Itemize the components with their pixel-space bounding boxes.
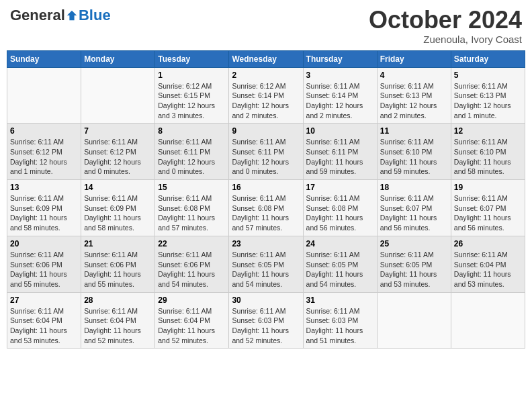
calendar-cell: 17Sunrise: 6:11 AM Sunset: 6:08 PM Dayli…	[303, 180, 377, 236]
day-info: Sunrise: 6:11 AM Sunset: 6:04 PM Dayligh…	[84, 306, 152, 346]
calendar-cell: 29Sunrise: 6:11 AM Sunset: 6:04 PM Dayli…	[155, 292, 229, 349]
day-info: Sunrise: 6:11 AM Sunset: 6:12 PM Dayligh…	[84, 137, 152, 177]
day-number: 30	[232, 295, 300, 305]
calendar-cell: 25Sunrise: 6:11 AM Sunset: 6:05 PM Dayli…	[377, 236, 451, 292]
day-number: 14	[84, 183, 152, 192]
day-number: 7	[84, 126, 152, 136]
title-block: October 2024 Zuenoula, Ivory Coast	[369, 7, 522, 45]
day-info: Sunrise: 6:11 AM Sunset: 6:12 PM Dayligh…	[10, 137, 78, 177]
calendar-cell: 21Sunrise: 6:11 AM Sunset: 6:06 PM Dayli…	[81, 236, 155, 292]
day-number: 5	[454, 71, 522, 80]
calendar-cell: 15Sunrise: 6:11 AM Sunset: 6:08 PM Dayli…	[155, 180, 229, 236]
calendar-cell: 18Sunrise: 6:11 AM Sunset: 6:07 PM Dayli…	[377, 180, 451, 236]
day-number: 28	[84, 295, 152, 305]
calendar-cell	[81, 67, 155, 124]
day-number: 13	[10, 183, 78, 192]
day-number: 23	[232, 239, 300, 248]
day-info: Sunrise: 6:11 AM Sunset: 6:04 PM Dayligh…	[454, 250, 522, 289]
month-title: October 2024	[369, 7, 522, 34]
day-info: Sunrise: 6:11 AM Sunset: 6:05 PM Dayligh…	[306, 250, 374, 289]
calendar-cell: 7Sunrise: 6:11 AM Sunset: 6:12 PM Daylig…	[81, 124, 155, 180]
day-number: 18	[380, 183, 448, 192]
day-info: Sunrise: 6:11 AM Sunset: 6:07 PM Dayligh…	[454, 193, 522, 233]
calendar-cell: 4Sunrise: 6:11 AM Sunset: 6:13 PM Daylig…	[377, 67, 451, 124]
day-number: 31	[306, 295, 374, 305]
day-number: 9	[232, 126, 300, 136]
day-number: 15	[158, 183, 226, 192]
day-info: Sunrise: 6:11 AM Sunset: 6:08 PM Dayligh…	[232, 193, 300, 233]
calendar-cell: 16Sunrise: 6:11 AM Sunset: 6:08 PM Dayli…	[229, 180, 303, 236]
weekday-header: Saturday	[451, 50, 525, 67]
day-info: Sunrise: 6:11 AM Sunset: 6:05 PM Dayligh…	[380, 250, 448, 289]
calendar-cell: 19Sunrise: 6:11 AM Sunset: 6:07 PM Dayli…	[451, 180, 525, 236]
day-number: 6	[10, 126, 78, 136]
day-info: Sunrise: 6:11 AM Sunset: 6:11 PM Dayligh…	[306, 137, 374, 177]
calendar-cell: 3Sunrise: 6:11 AM Sunset: 6:14 PM Daylig…	[303, 67, 377, 124]
day-info: Sunrise: 6:11 AM Sunset: 6:07 PM Dayligh…	[380, 193, 448, 233]
day-info: Sunrise: 6:11 AM Sunset: 6:13 PM Dayligh…	[454, 81, 522, 121]
logo-general-text: General	[10, 7, 65, 24]
day-number: 27	[10, 295, 78, 305]
calendar-table: SundayMondayTuesdayWednesdayThursdayFrid…	[7, 50, 525, 349]
day-info: Sunrise: 6:11 AM Sunset: 6:04 PM Dayligh…	[10, 306, 78, 346]
calendar-cell: 28Sunrise: 6:11 AM Sunset: 6:04 PM Dayli…	[81, 292, 155, 349]
day-info: Sunrise: 6:11 AM Sunset: 6:05 PM Dayligh…	[232, 250, 300, 289]
calendar-header: SundayMondayTuesdayWednesdayThursdayFrid…	[7, 50, 525, 67]
day-number: 1	[158, 71, 226, 80]
calendar-cell: 30Sunrise: 6:11 AM Sunset: 6:03 PM Dayli…	[229, 292, 303, 349]
day-info: Sunrise: 6:11 AM Sunset: 6:08 PM Dayligh…	[158, 193, 226, 233]
day-number: 10	[306, 126, 374, 136]
calendar-cell: 10Sunrise: 6:11 AM Sunset: 6:11 PM Dayli…	[303, 124, 377, 180]
weekday-header: Friday	[377, 50, 451, 67]
calendar-cell: 13Sunrise: 6:11 AM Sunset: 6:09 PM Dayli…	[7, 180, 81, 236]
calendar-cell: 26Sunrise: 6:11 AM Sunset: 6:04 PM Dayli…	[451, 236, 525, 292]
calendar-cell: 11Sunrise: 6:11 AM Sunset: 6:10 PM Dayli…	[377, 124, 451, 180]
calendar-cell: 1Sunrise: 6:12 AM Sunset: 6:15 PM Daylig…	[155, 67, 229, 124]
calendar-cell: 2Sunrise: 6:12 AM Sunset: 6:14 PM Daylig…	[229, 67, 303, 124]
day-info: Sunrise: 6:11 AM Sunset: 6:10 PM Dayligh…	[380, 137, 448, 177]
calendar-cell	[7, 67, 81, 124]
day-number: 2	[232, 71, 300, 80]
page-header: General Blue October 2024 Zuenoula, Ivor…	[7, 7, 525, 45]
calendar-week: 6Sunrise: 6:11 AM Sunset: 6:12 PM Daylig…	[7, 124, 525, 180]
day-info: Sunrise: 6:11 AM Sunset: 6:10 PM Dayligh…	[454, 137, 522, 177]
calendar-cell: 6Sunrise: 6:11 AM Sunset: 6:12 PM Daylig…	[7, 124, 81, 180]
location: Zuenoula, Ivory Coast	[369, 34, 522, 45]
day-info: Sunrise: 6:11 AM Sunset: 6:09 PM Dayligh…	[84, 193, 152, 233]
day-number: 29	[158, 295, 226, 305]
day-number: 25	[380, 239, 448, 248]
calendar-cell: 14Sunrise: 6:11 AM Sunset: 6:09 PM Dayli…	[81, 180, 155, 236]
logo-blue-text: Blue	[79, 7, 111, 24]
day-number: 17	[306, 183, 374, 192]
day-info: Sunrise: 6:11 AM Sunset: 6:06 PM Dayligh…	[10, 250, 78, 289]
day-number: 8	[158, 126, 226, 136]
day-info: Sunrise: 6:11 AM Sunset: 6:11 PM Dayligh…	[158, 137, 226, 177]
day-number: 11	[380, 126, 448, 136]
calendar-week: 1Sunrise: 6:12 AM Sunset: 6:15 PM Daylig…	[7, 67, 525, 124]
calendar-cell: 20Sunrise: 6:11 AM Sunset: 6:06 PM Dayli…	[7, 236, 81, 292]
day-number: 3	[306, 71, 374, 80]
day-info: Sunrise: 6:11 AM Sunset: 6:06 PM Dayligh…	[158, 250, 226, 289]
calendar-cell: 27Sunrise: 6:11 AM Sunset: 6:04 PM Dayli…	[7, 292, 81, 349]
calendar-week: 27Sunrise: 6:11 AM Sunset: 6:04 PM Dayli…	[7, 292, 525, 349]
calendar-cell: 31Sunrise: 6:11 AM Sunset: 6:03 PM Dayli…	[303, 292, 377, 349]
day-number: 19	[454, 183, 522, 192]
day-info: Sunrise: 6:11 AM Sunset: 6:03 PM Dayligh…	[232, 306, 300, 346]
calendar-cell	[451, 292, 525, 349]
day-number: 4	[380, 71, 448, 80]
weekday-header: Sunday	[7, 50, 81, 67]
day-info: Sunrise: 6:11 AM Sunset: 6:03 PM Dayligh…	[306, 306, 374, 346]
day-info: Sunrise: 6:11 AM Sunset: 6:11 PM Dayligh…	[232, 137, 300, 177]
day-number: 26	[454, 239, 522, 248]
calendar-week: 20Sunrise: 6:11 AM Sunset: 6:06 PM Dayli…	[7, 236, 525, 292]
day-number: 22	[158, 239, 226, 248]
calendar-cell: 22Sunrise: 6:11 AM Sunset: 6:06 PM Dayli…	[155, 236, 229, 292]
day-info: Sunrise: 6:11 AM Sunset: 6:08 PM Dayligh…	[306, 193, 374, 233]
day-info: Sunrise: 6:11 AM Sunset: 6:09 PM Dayligh…	[10, 193, 78, 233]
day-info: Sunrise: 6:11 AM Sunset: 6:13 PM Dayligh…	[380, 81, 448, 121]
logo-icon	[66, 9, 78, 21]
calendar-cell	[377, 292, 451, 349]
calendar-cell: 9Sunrise: 6:11 AM Sunset: 6:11 PM Daylig…	[229, 124, 303, 180]
weekday-header: Wednesday	[229, 50, 303, 67]
calendar-cell: 5Sunrise: 6:11 AM Sunset: 6:13 PM Daylig…	[451, 67, 525, 124]
